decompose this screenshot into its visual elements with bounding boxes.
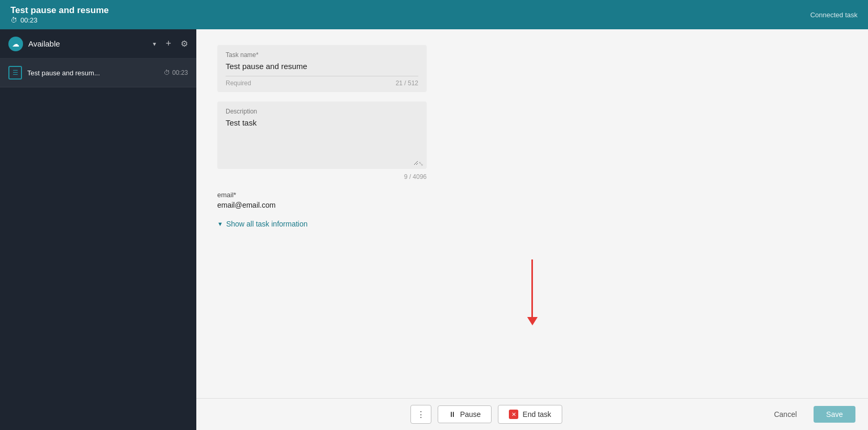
end-task-button[interactable]: ✕ End task <box>498 405 562 424</box>
task-timer-value: 00:23 <box>172 69 188 76</box>
task-name-label: Task name* <box>226 51 418 59</box>
email-label: email* <box>217 191 847 199</box>
connected-task-label: Connected task <box>810 11 858 19</box>
clock-icon: ⏱ <box>10 16 17 24</box>
show-all-task-info-link[interactable]: ▼ Show all task information <box>217 220 847 228</box>
pause-icon: ⏸ <box>449 410 456 418</box>
bottom-right-buttons: Cancel Save <box>763 406 855 423</box>
main-layout: ☁ Available ▾ + ⚙ ☰ Test pause and resum… <box>0 29 868 430</box>
description-char-count: 9 / 4096 <box>217 173 427 180</box>
header-timer-value: 00:23 <box>20 16 38 24</box>
chevron-down-icon[interactable]: ▾ <box>153 40 156 48</box>
red-arrow <box>527 259 538 325</box>
header-title: Test pause and resume <box>10 5 109 16</box>
task-name-value[interactable]: Test pause and resume <box>226 62 418 74</box>
gear-icon[interactable]: ⚙ <box>181 39 188 49</box>
task-name-required: Required <box>226 80 251 87</box>
status-label: Available <box>28 39 148 48</box>
description-field[interactable]: Description Test task ⤡ <box>217 101 427 169</box>
task-item-timer: ⏱ 00:23 <box>164 69 188 76</box>
pause-label: Pause <box>460 410 481 418</box>
task-name-field: Task name* Test pause and resume Require… <box>217 45 427 92</box>
content-area: Task name* Test pause and resume Require… <box>196 29 868 430</box>
arrow-line <box>531 259 533 317</box>
bottom-inner: ⋮ ⏸ Pause ✕ End task Cancel Save <box>196 399 868 430</box>
sidebar-top-bar: ☁ Available ▾ + ⚙ <box>0 29 196 59</box>
triangle-icon: ▼ <box>217 221 223 227</box>
end-task-icon: ✕ <box>509 410 518 419</box>
task-item-icon: ☰ <box>8 66 22 80</box>
pause-button[interactable]: ⏸ Pause <box>438 405 492 423</box>
resize-handle-icon: ⤡ <box>418 161 424 167</box>
cloud-icon: ☁ <box>8 37 23 51</box>
sidebar: ☁ Available ▾ + ⚙ ☰ Test pause and resum… <box>0 29 196 430</box>
top-header: Test pause and resume ⏱ 00:23 Connected … <box>0 0 868 29</box>
bottom-section: ⋮ ⏸ Pause ✕ End task Cancel Save <box>196 398 868 430</box>
email-section: email* email@email.com <box>217 191 847 209</box>
arrow-head <box>527 317 538 325</box>
show-all-label: Show all task information <box>226 220 308 228</box>
save-button[interactable]: Save <box>814 406 855 423</box>
header-left: Test pause and resume ⏱ 00:23 <box>10 5 109 24</box>
plus-icon[interactable]: + <box>165 38 171 49</box>
end-task-label: End task <box>522 410 551 418</box>
bottom-center-buttons: ⋮ ⏸ Pause ✕ End task <box>410 405 562 424</box>
annotation-arrow <box>217 259 847 325</box>
more-options-button[interactable]: ⋮ <box>410 405 431 424</box>
description-label: Description <box>226 108 418 115</box>
task-name-meta: Required 21 / 512 <box>226 76 418 87</box>
header-timer: ⏱ 00:23 <box>10 16 109 24</box>
task-timer-clock-icon: ⏱ <box>164 69 170 76</box>
task-item-name: Test pause and resum... <box>27 69 164 77</box>
email-value: email@email.com <box>217 201 847 209</box>
content-scroll: Task name* Test pause and resume Require… <box>196 29 868 398</box>
cancel-button[interactable]: Cancel <box>763 406 807 423</box>
task-name-char-count: 21 / 512 <box>396 80 418 87</box>
sidebar-task-item[interactable]: ☰ Test pause and resum... ⏱ 00:23 <box>0 59 196 87</box>
description-textarea[interactable]: Test task <box>226 118 418 165</box>
